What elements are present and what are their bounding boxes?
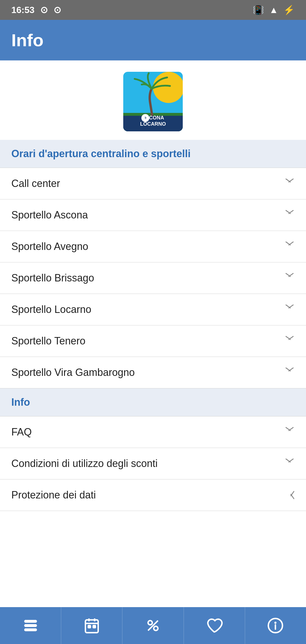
- section-header-orari-text: Orari d'apertura centralino e sportelli: [11, 148, 191, 159]
- chevron-down-icon: [284, 338, 295, 344]
- svg-point-21: [154, 626, 158, 631]
- status-bar: 16:53 ⊙ ⊙ 📳 ▲ ⚡: [0, 0, 306, 20]
- chevron-down-icon: [284, 429, 295, 435]
- status-left: 16:53 ⊙ ⊙: [11, 5, 61, 15]
- svg-rect-11: [25, 621, 28, 622]
- list-item-sportello-tenero[interactable]: Sportello Tenero: [0, 325, 306, 357]
- list-item-sportello-ascona-label: Sportello Ascona: [11, 209, 88, 221]
- svg-rect-13: [25, 629, 28, 631]
- svg-line-22: [148, 621, 158, 631]
- list-item-sportello-tenero-label: Sportello Tenero: [11, 335, 86, 347]
- list-item-condizioni[interactable]: Condizioni di utilizzo degli sconti: [0, 448, 306, 479]
- section-header-info-text: Info: [11, 396, 30, 408]
- list-item-condizioni-label: Condizioni di utilizzo degli sconti: [11, 458, 158, 470]
- vibrate-icon: 📳: [253, 5, 264, 15]
- status-right: 📳 ▲ ⚡: [253, 5, 295, 15]
- svg-text:ASCONA: ASCONA: [142, 115, 164, 121]
- info-icon: [267, 617, 284, 634]
- page-title: Info: [11, 30, 295, 50]
- list-item-sportello-avegno-label: Sportello Avegno: [11, 241, 88, 252]
- svg-rect-18: [88, 626, 90, 628]
- chevron-down-icon: [284, 181, 295, 186]
- chevron-down-icon: [284, 461, 295, 466]
- svg-rect-14: [85, 620, 98, 633]
- list-item-sportello-locarno[interactable]: Sportello Locarno: [0, 294, 306, 325]
- chevron-down-icon: [284, 212, 295, 218]
- list-item-call-center-label: Call center: [11, 178, 60, 190]
- list-item-sportello-brissago[interactable]: Sportello Brissago: [0, 262, 306, 294]
- nav-item-info[interactable]: [245, 607, 306, 644]
- heart-icon: [206, 617, 223, 634]
- nav-item-calendar[interactable]: [61, 607, 122, 644]
- bottom-nav: [0, 607, 306, 644]
- logo-area: ❄ ASCONA LOCARNO: [0, 60, 306, 140]
- main-content: ❄ ASCONA LOCARNO Orari d'apertura centra…: [0, 60, 306, 644]
- wifi-icon: ▲: [269, 5, 278, 15]
- list-item-sportello-locarno-label: Sportello Locarno: [11, 304, 91, 315]
- chevron-down-icon: [284, 307, 295, 312]
- at-icon: ⊙: [40, 5, 48, 15]
- list-item-sportello-vira[interactable]: Sportello Vira Gambarogno: [0, 357, 306, 388]
- list-item-faq[interactable]: FAQ: [0, 416, 306, 448]
- list-item-protezione[interactable]: Protezione dei dati: [0, 479, 306, 511]
- info-list: FAQ Condizioni di utilizzo degli sconti …: [0, 416, 306, 511]
- list-icon: [22, 617, 39, 634]
- app-header: Info: [0, 20, 306, 60]
- at-icon2: ⊙: [54, 5, 61, 15]
- orari-list: Call center Sportello Ascona Sportello A…: [0, 168, 306, 388]
- svg-rect-19: [93, 626, 95, 628]
- svg-point-20: [148, 621, 152, 625]
- chevron-down-icon: [284, 275, 295, 281]
- list-item-sportello-ascona[interactable]: Sportello Ascona: [0, 199, 306, 231]
- nav-item-heart[interactable]: [184, 607, 245, 644]
- chevron-right-icon: [289, 490, 295, 500]
- svg-text:LOCARNO: LOCARNO: [140, 121, 166, 127]
- list-item-sportello-avegno[interactable]: Sportello Avegno: [0, 231, 306, 262]
- chevron-down-icon: [284, 370, 295, 375]
- list-item-sportello-vira-label: Sportello Vira Gambarogno: [11, 367, 135, 378]
- battery-icon: ⚡: [283, 5, 295, 15]
- status-time: 16:53: [11, 5, 35, 15]
- section-header-orari: Orari d'apertura centralino e sportelli: [0, 140, 306, 168]
- nav-item-percent[interactable]: [122, 607, 184, 644]
- calendar-icon: [83, 617, 100, 634]
- list-item-protezione-label: Protezione dei dati: [11, 489, 96, 501]
- list-item-call-center[interactable]: Call center: [0, 168, 306, 199]
- svg-rect-12: [25, 625, 28, 626]
- list-item-faq-label: FAQ: [11, 426, 32, 438]
- percent-icon: [144, 617, 162, 634]
- nav-item-list[interactable]: [0, 607, 61, 644]
- chevron-down-icon: [284, 244, 295, 249]
- section-header-info: Info: [0, 388, 306, 416]
- list-item-sportello-brissago-label: Sportello Brissago: [11, 272, 94, 284]
- brand-logo: ❄ ASCONA LOCARNO: [123, 72, 183, 131]
